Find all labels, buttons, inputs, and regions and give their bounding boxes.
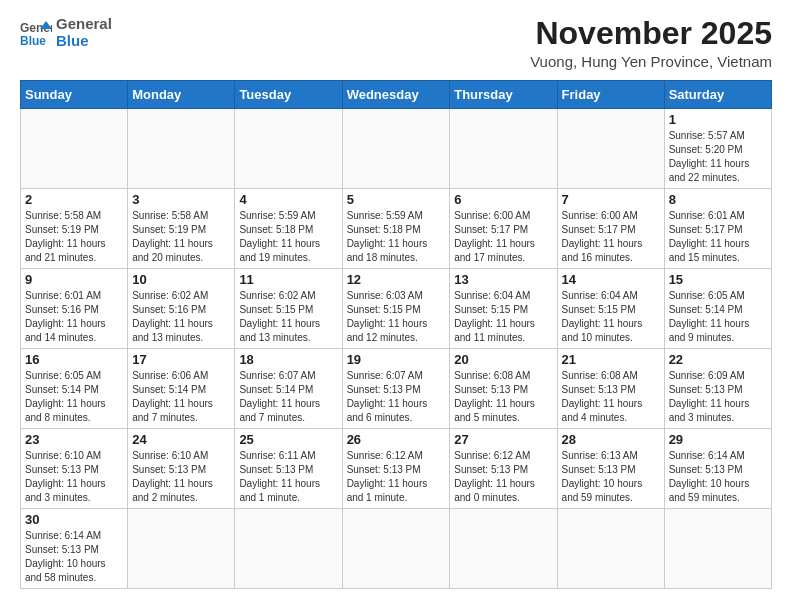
day-info: Sunrise: 6:02 AM Sunset: 5:16 PM Dayligh… [132, 289, 230, 345]
calendar-day-cell [450, 509, 557, 589]
calendar-day-cell: 27Sunrise: 6:12 AM Sunset: 5:13 PM Dayli… [450, 429, 557, 509]
day-number: 14 [562, 272, 660, 287]
day-number: 3 [132, 192, 230, 207]
day-info: Sunrise: 6:00 AM Sunset: 5:17 PM Dayligh… [562, 209, 660, 265]
day-info: Sunrise: 6:01 AM Sunset: 5:17 PM Dayligh… [669, 209, 767, 265]
day-info: Sunrise: 6:14 AM Sunset: 5:13 PM Dayligh… [25, 529, 123, 585]
day-info: Sunrise: 6:05 AM Sunset: 5:14 PM Dayligh… [669, 289, 767, 345]
logo: General Blue General Blue [20, 16, 112, 49]
day-number: 19 [347, 352, 446, 367]
calendar-day-cell: 9Sunrise: 6:01 AM Sunset: 5:16 PM Daylig… [21, 269, 128, 349]
calendar-day-cell: 23Sunrise: 6:10 AM Sunset: 5:13 PM Dayli… [21, 429, 128, 509]
day-info: Sunrise: 6:07 AM Sunset: 5:13 PM Dayligh… [347, 369, 446, 425]
day-info: Sunrise: 6:00 AM Sunset: 5:17 PM Dayligh… [454, 209, 552, 265]
day-of-week-header: Sunday [21, 81, 128, 109]
calendar-day-cell [342, 509, 450, 589]
calendar-day-cell: 22Sunrise: 6:09 AM Sunset: 5:13 PM Dayli… [664, 349, 771, 429]
calendar-day-cell: 2Sunrise: 5:58 AM Sunset: 5:19 PM Daylig… [21, 189, 128, 269]
day-number: 13 [454, 272, 552, 287]
day-info: Sunrise: 6:11 AM Sunset: 5:13 PM Dayligh… [239, 449, 337, 505]
calendar-table: SundayMondayTuesdayWednesdayThursdayFrid… [20, 80, 772, 589]
calendar-day-cell: 3Sunrise: 5:58 AM Sunset: 5:19 PM Daylig… [128, 189, 235, 269]
day-info: Sunrise: 6:01 AM Sunset: 5:16 PM Dayligh… [25, 289, 123, 345]
calendar-day-cell [450, 109, 557, 189]
day-of-week-header: Wednesday [342, 81, 450, 109]
day-number: 25 [239, 432, 337, 447]
day-number: 12 [347, 272, 446, 287]
calendar-day-cell: 17Sunrise: 6:06 AM Sunset: 5:14 PM Dayli… [128, 349, 235, 429]
calendar-week-row: 2Sunrise: 5:58 AM Sunset: 5:19 PM Daylig… [21, 189, 772, 269]
day-info: Sunrise: 6:08 AM Sunset: 5:13 PM Dayligh… [454, 369, 552, 425]
logo-line1: General [56, 16, 112, 33]
day-of-week-header: Tuesday [235, 81, 342, 109]
day-info: Sunrise: 6:03 AM Sunset: 5:15 PM Dayligh… [347, 289, 446, 345]
day-number: 29 [669, 432, 767, 447]
page-header: General Blue General Blue November 2025 … [20, 16, 772, 70]
day-number: 28 [562, 432, 660, 447]
day-number: 21 [562, 352, 660, 367]
day-of-week-header: Thursday [450, 81, 557, 109]
day-info: Sunrise: 5:59 AM Sunset: 5:18 PM Dayligh… [347, 209, 446, 265]
calendar-week-row: 9Sunrise: 6:01 AM Sunset: 5:16 PM Daylig… [21, 269, 772, 349]
day-number: 30 [25, 512, 123, 527]
day-number: 8 [669, 192, 767, 207]
day-info: Sunrise: 6:08 AM Sunset: 5:13 PM Dayligh… [562, 369, 660, 425]
calendar-day-cell [128, 509, 235, 589]
day-info: Sunrise: 6:10 AM Sunset: 5:13 PM Dayligh… [25, 449, 123, 505]
day-number: 26 [347, 432, 446, 447]
calendar-day-cell: 15Sunrise: 6:05 AM Sunset: 5:14 PM Dayli… [664, 269, 771, 349]
day-number: 9 [25, 272, 123, 287]
day-number: 5 [347, 192, 446, 207]
logo-text: General Blue [56, 16, 112, 49]
day-number: 24 [132, 432, 230, 447]
calendar-day-cell: 1Sunrise: 5:57 AM Sunset: 5:20 PM Daylig… [664, 109, 771, 189]
calendar-day-cell: 14Sunrise: 6:04 AM Sunset: 5:15 PM Dayli… [557, 269, 664, 349]
day-info: Sunrise: 6:13 AM Sunset: 5:13 PM Dayligh… [562, 449, 660, 505]
day-number: 11 [239, 272, 337, 287]
calendar-week-row: 16Sunrise: 6:05 AM Sunset: 5:14 PM Dayli… [21, 349, 772, 429]
calendar-day-cell: 6Sunrise: 6:00 AM Sunset: 5:17 PM Daylig… [450, 189, 557, 269]
svg-text:Blue: Blue [20, 34, 46, 47]
calendar-week-row: 23Sunrise: 6:10 AM Sunset: 5:13 PM Dayli… [21, 429, 772, 509]
day-info: Sunrise: 6:05 AM Sunset: 5:14 PM Dayligh… [25, 369, 123, 425]
calendar-day-cell: 10Sunrise: 6:02 AM Sunset: 5:16 PM Dayli… [128, 269, 235, 349]
day-info: Sunrise: 6:10 AM Sunset: 5:13 PM Dayligh… [132, 449, 230, 505]
day-info: Sunrise: 6:12 AM Sunset: 5:13 PM Dayligh… [454, 449, 552, 505]
calendar-day-cell [128, 109, 235, 189]
calendar-day-cell: 21Sunrise: 6:08 AM Sunset: 5:13 PM Dayli… [557, 349, 664, 429]
calendar-header-row: SundayMondayTuesdayWednesdayThursdayFrid… [21, 81, 772, 109]
day-number: 20 [454, 352, 552, 367]
logo-icon: General Blue [20, 19, 52, 47]
title-area: November 2025 Vuong, Hung Yen Province, … [530, 16, 772, 70]
calendar-day-cell: 20Sunrise: 6:08 AM Sunset: 5:13 PM Dayli… [450, 349, 557, 429]
calendar-day-cell: 5Sunrise: 5:59 AM Sunset: 5:18 PM Daylig… [342, 189, 450, 269]
calendar-week-row: 30Sunrise: 6:14 AM Sunset: 5:13 PM Dayli… [21, 509, 772, 589]
calendar-day-cell: 13Sunrise: 6:04 AM Sunset: 5:15 PM Dayli… [450, 269, 557, 349]
location-subtitle: Vuong, Hung Yen Province, Vietnam [530, 53, 772, 70]
day-info: Sunrise: 6:06 AM Sunset: 5:14 PM Dayligh… [132, 369, 230, 425]
calendar-day-cell [557, 109, 664, 189]
day-info: Sunrise: 6:02 AM Sunset: 5:15 PM Dayligh… [239, 289, 337, 345]
day-number: 15 [669, 272, 767, 287]
calendar-day-cell: 29Sunrise: 6:14 AM Sunset: 5:13 PM Dayli… [664, 429, 771, 509]
calendar-day-cell: 8Sunrise: 6:01 AM Sunset: 5:17 PM Daylig… [664, 189, 771, 269]
day-number: 4 [239, 192, 337, 207]
day-number: 22 [669, 352, 767, 367]
calendar-day-cell: 25Sunrise: 6:11 AM Sunset: 5:13 PM Dayli… [235, 429, 342, 509]
calendar-day-cell: 26Sunrise: 6:12 AM Sunset: 5:13 PM Dayli… [342, 429, 450, 509]
calendar-day-cell [21, 109, 128, 189]
calendar-day-cell: 16Sunrise: 6:05 AM Sunset: 5:14 PM Dayli… [21, 349, 128, 429]
day-info: Sunrise: 6:04 AM Sunset: 5:15 PM Dayligh… [454, 289, 552, 345]
day-info: Sunrise: 5:57 AM Sunset: 5:20 PM Dayligh… [669, 129, 767, 185]
calendar-day-cell: 19Sunrise: 6:07 AM Sunset: 5:13 PM Dayli… [342, 349, 450, 429]
calendar-day-cell [235, 509, 342, 589]
day-info: Sunrise: 6:09 AM Sunset: 5:13 PM Dayligh… [669, 369, 767, 425]
day-number: 18 [239, 352, 337, 367]
calendar-day-cell: 30Sunrise: 6:14 AM Sunset: 5:13 PM Dayli… [21, 509, 128, 589]
calendar-day-cell: 24Sunrise: 6:10 AM Sunset: 5:13 PM Dayli… [128, 429, 235, 509]
calendar-day-cell [557, 509, 664, 589]
day-number: 6 [454, 192, 552, 207]
calendar-day-cell [235, 109, 342, 189]
day-number: 10 [132, 272, 230, 287]
calendar-day-cell: 11Sunrise: 6:02 AM Sunset: 5:15 PM Dayli… [235, 269, 342, 349]
